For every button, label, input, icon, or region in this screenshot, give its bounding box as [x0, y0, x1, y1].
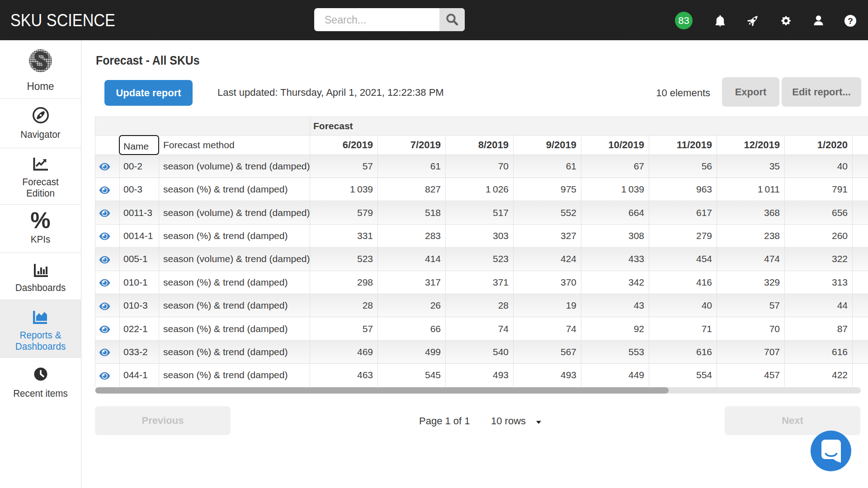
svg-text:?: ? [848, 16, 853, 26]
